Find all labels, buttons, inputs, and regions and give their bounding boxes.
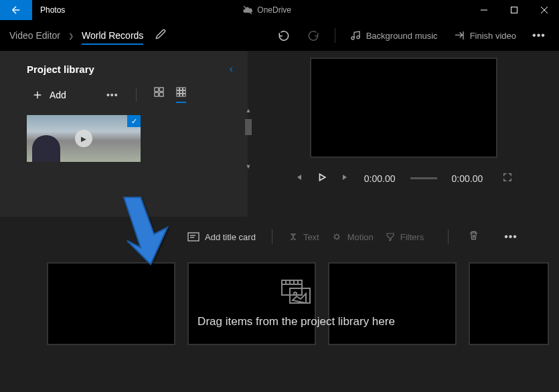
video-preview[interactable] bbox=[310, 58, 497, 158]
seek-bar[interactable] bbox=[410, 177, 437, 179]
svg-rect-18 bbox=[183, 91, 185, 94]
svg-rect-14 bbox=[179, 88, 182, 90]
svg-rect-9 bbox=[155, 88, 159, 92]
breadcrumb: Video Editor ❯ World Records bbox=[9, 30, 143, 41]
grid-large-icon[interactable] bbox=[154, 87, 164, 103]
cloud-status: OneDrive bbox=[65, 5, 469, 15]
tutorial-arrow bbox=[114, 194, 174, 268]
play-button[interactable] bbox=[317, 173, 327, 184]
scroll-down-icon[interactable]: ▼ bbox=[246, 163, 252, 170]
export-icon bbox=[454, 30, 465, 41]
play-overlay-icon: ▶ bbox=[75, 130, 92, 147]
cloud-off-icon bbox=[242, 5, 253, 15]
breadcrumb-root[interactable]: Video Editor bbox=[9, 30, 60, 41]
motion-icon bbox=[331, 232, 342, 241]
maximize-button[interactable] bbox=[499, 0, 529, 20]
add-title-card-button[interactable]: Add title card bbox=[187, 232, 256, 242]
svg-rect-19 bbox=[177, 94, 179, 96]
back-button[interactable] bbox=[0, 0, 32, 20]
music-icon bbox=[350, 30, 361, 41]
edit-icon[interactable] bbox=[155, 29, 166, 42]
breadcrumb-project[interactable]: World Records bbox=[82, 30, 143, 45]
svg-rect-21 bbox=[183, 94, 185, 96]
text-icon bbox=[289, 232, 298, 241]
time-current: 0:00.00 bbox=[364, 173, 396, 184]
more-button[interactable]: ••• bbox=[528, 29, 550, 41]
svg-rect-20 bbox=[179, 94, 182, 96]
svg-point-5 bbox=[351, 37, 354, 39]
prev-frame-button[interactable] bbox=[295, 173, 303, 183]
storyboard-more-button[interactable]: ••• bbox=[504, 231, 517, 243]
svg-rect-17 bbox=[179, 91, 182, 94]
main-toolbar: Video Editor ❯ World Records Background … bbox=[0, 20, 559, 51]
svg-point-6 bbox=[357, 36, 360, 39]
project-library-panel: Project library ‹ Add ••• ✓ ▶ bbox=[0, 51, 248, 217]
background-music-button[interactable]: Background music bbox=[346, 30, 442, 41]
svg-rect-15 bbox=[183, 88, 185, 90]
scroll-thumb[interactable] bbox=[245, 119, 252, 135]
redo-button[interactable] bbox=[303, 29, 324, 41]
playback-controls: 0:00.00 0:00.00 bbox=[248, 173, 559, 184]
library-scrollbar[interactable]: ▲ ▼ bbox=[244, 107, 253, 170]
svg-rect-12 bbox=[159, 92, 163, 96]
filters-button[interactable]: Filters bbox=[386, 232, 424, 242]
library-items: ✓ ▶ ▲ ▼ bbox=[0, 107, 248, 170]
filters-icon bbox=[386, 232, 395, 241]
motion-button[interactable]: Motion bbox=[331, 232, 374, 242]
svg-rect-11 bbox=[155, 92, 159, 96]
storyboard-slot[interactable] bbox=[469, 262, 549, 345]
minimize-button[interactable] bbox=[469, 0, 499, 20]
delete-button[interactable] bbox=[469, 230, 479, 243]
titlebar: Photos OneDrive bbox=[0, 0, 559, 20]
library-more-button[interactable]: ••• bbox=[106, 90, 118, 100]
svg-rect-2 bbox=[511, 7, 517, 13]
grid-small-icon[interactable] bbox=[176, 87, 186, 103]
main-area: Project library ‹ Add ••• ✓ ▶ bbox=[0, 51, 559, 217]
title-card-icon bbox=[187, 232, 199, 241]
finish-video-button[interactable]: Finish video bbox=[450, 30, 520, 41]
next-frame-button[interactable] bbox=[341, 173, 349, 183]
svg-rect-13 bbox=[177, 88, 179, 90]
storyboard-slot[interactable] bbox=[328, 262, 457, 345]
preview-area: 0:00.00 0:00.00 bbox=[248, 51, 559, 217]
svg-rect-22 bbox=[188, 233, 199, 241]
collapse-chevron-icon[interactable]: ‹ bbox=[230, 63, 233, 75]
add-button[interactable]: Add bbox=[32, 90, 66, 100]
svg-rect-16 bbox=[177, 91, 179, 94]
time-total: 0:00.00 bbox=[452, 173, 483, 184]
separator bbox=[448, 229, 449, 244]
storyboard-slot[interactable] bbox=[47, 262, 175, 345]
text-button[interactable]: Text bbox=[289, 232, 319, 242]
cloud-label: OneDrive bbox=[257, 5, 291, 15]
check-icon: ✓ bbox=[127, 115, 141, 127]
library-thumbnail[interactable]: ✓ ▶ bbox=[27, 115, 141, 162]
storyboard-toolbar: Add title card Text Motion Filters ••• bbox=[0, 217, 559, 257]
storyboard-slot[interactable] bbox=[187, 262, 316, 345]
storyboard: Drag items from the project library here bbox=[0, 257, 559, 359]
chevron-right-icon: ❯ bbox=[68, 32, 74, 39]
plus-icon bbox=[32, 90, 43, 100]
fullscreen-button[interactable] bbox=[503, 173, 512, 184]
svg-rect-10 bbox=[159, 88, 163, 92]
separator bbox=[335, 28, 335, 43]
library-title: Project library bbox=[27, 64, 94, 75]
close-button[interactable] bbox=[529, 0, 559, 20]
separator bbox=[136, 88, 137, 102]
scroll-up-icon[interactable]: ▲ bbox=[246, 107, 252, 114]
window-controls bbox=[469, 0, 559, 20]
app-title: Photos bbox=[32, 5, 65, 15]
undo-button[interactable] bbox=[273, 29, 295, 41]
separator bbox=[272, 229, 272, 244]
